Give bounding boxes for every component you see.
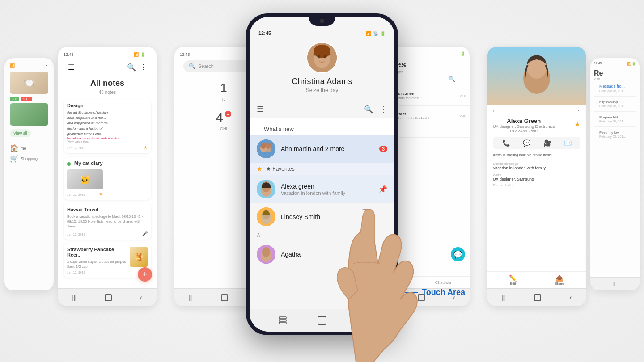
nav-recents-main[interactable] — [276, 314, 289, 327]
main-bottom-nav — [250, 309, 394, 332]
lindsey-avatar-svg — [257, 207, 275, 226]
contact-name-row: ‹ ⋮ — [493, 109, 580, 113]
note-pancake-title: Strawberry Pancake Reci... — [67, 247, 127, 257]
status-label: Status message — [493, 162, 580, 166]
dob-label: Date of birth — [493, 183, 580, 187]
back-arrow[interactable]: ‹ — [493, 109, 494, 113]
contact-photo — [487, 47, 586, 105]
rmsg-1[interactable]: Message fro... February 25, 201... — [594, 80, 636, 97]
rmsg-1-date: February 25, 201... — [599, 89, 631, 93]
notes-subtitle: 48 notes — [64, 90, 151, 95]
contact-item-alexa[interactable]: Alexa green Vacation in london with fami… — [250, 175, 394, 203]
chat-fab[interactable]: 💬 — [451, 247, 465, 261]
nav-home-left[interactable] — [105, 294, 112, 301]
contact-actions: 📞 💬 🎥 ✉️ — [493, 137, 580, 149]
nav-back-left[interactable]: ‹ — [140, 294, 142, 302]
msg-name-1: Alexa Green — [391, 92, 454, 96]
whats-new-label: What's new — [257, 121, 387, 135]
back-icon-main — [358, 316, 364, 325]
status-value: Vacation in london with family — [493, 166, 580, 170]
panel-left-toolbar: ☰ 🔍 ⋮ — [64, 60, 151, 74]
nav-home-cl[interactable] — [221, 294, 228, 301]
time-left: 12:45 — [64, 52, 74, 57]
note-design-text: the art & culture of designhere corporat… — [67, 110, 148, 137]
signal-icon-main: 📡 — [373, 31, 378, 36]
nav-recents-left[interactable]: ||| — [72, 295, 76, 301]
nav-back-main[interactable] — [355, 314, 368, 327]
contact-star[interactable]: ★ — [575, 121, 580, 128]
agatha-contact-info: Agatha — [281, 251, 387, 258]
panel-far-right: 12:45 📶🔋 Re 2 ov... Message fro... Febru… — [590, 58, 640, 290]
dob-section: Date of birth — [493, 183, 580, 187]
price-tag-1: $80 — [10, 97, 19, 101]
panel-fr-bottom: ||| — [590, 277, 640, 290]
dots-menu[interactable]: ⋮ — [44, 63, 48, 68]
recents-fr[interactable]: ||| — [613, 282, 617, 286]
contact-item-lindsey[interactable]: Lindsey Smith — [250, 203, 394, 231]
shop-item-1-label: me — [21, 146, 26, 151]
group-badge: 3 — [379, 146, 387, 152]
home-icon: 🏠 — [10, 144, 19, 152]
nav-home-right[interactable] — [534, 294, 541, 301]
favorites-bar: ★ ★ Favorites — [250, 163, 394, 175]
main-phone-wrapper: 12:45 📶 📡 🔋 — [246, 13, 398, 335]
note-card-design[interactable]: Design the art & culture of designhere c… — [64, 99, 151, 153]
note-hawaii-title: Hawaii Travel — [67, 207, 148, 212]
svg-point-12 — [266, 143, 271, 149]
rmsg-3[interactable]: Prepare birt... February 26, 201... — [594, 112, 636, 127]
rmsg-2-text: https://supp... — [599, 100, 631, 104]
search-icon-left[interactable]: 🔍 — [127, 63, 136, 72]
panel-right-contact: ‹ ⋮ Alexa Green UX designer, Samsung Ele… — [487, 47, 586, 306]
whats-new-section: What's new — [250, 118, 394, 135]
rmsg-2-date: February 25, 201... — [599, 105, 631, 108]
contact-item-group[interactable]: Ahn martin and 2 more 3 — [250, 135, 394, 163]
divider-right — [493, 160, 580, 160]
rmsg-4[interactable]: Feed my lov... February 25, 201... — [594, 127, 636, 142]
main-time: 12:45 — [258, 30, 271, 36]
nav-recents-cl[interactable]: ||| — [189, 295, 193, 301]
note-card-hawaii[interactable]: Hawaii Travel Book a vacation package to… — [64, 203, 151, 240]
search-icon-main[interactable]: 🔍 — [364, 105, 373, 114]
email-icon[interactable]: ✉️ — [564, 139, 572, 147]
contact-panel-phone: 012-3456-7890 — [493, 129, 555, 133]
message-icon[interactable]: 💬 — [523, 139, 530, 147]
phone-icon[interactable]: 📞 — [502, 139, 510, 147]
msg-content-2: Contact ee what I had attached i... — [391, 112, 454, 120]
nav-home-main[interactable] — [315, 314, 329, 327]
nav-recents-right[interactable]: ||| — [502, 295, 506, 301]
action-icons: 🔍 ⋮ — [364, 104, 387, 114]
svg-rect-23 — [279, 320, 286, 321]
contact-item-agatha[interactable]: Agatha — [250, 240, 394, 268]
note-card-cat[interactable]: My cat diary 🐱 Jan 12, 2018 ★ — [64, 157, 151, 200]
panel-left-notes: 12:45 📶 🔋 ⋮ ☰ 🔍 ⋮ All notes 48 notes Des… — [58, 47, 157, 306]
price-tag-2: $3... — [21, 97, 32, 101]
rmsg-2[interactable]: https://supp... February 25, 201... — [594, 97, 636, 112]
wifi-icon-main: 📶 — [366, 31, 371, 36]
edit-action[interactable]: ✏️ Edit — [509, 274, 517, 286]
hamburger-icon[interactable]: ☰ — [68, 63, 74, 72]
note-design-tags: barcelona, pizza riccini, and ceramics — [67, 137, 148, 140]
profile-avatar[interactable] — [306, 42, 338, 73]
star-cat: ★ — [99, 191, 103, 196]
more-icon-main[interactable]: ⋮ — [379, 104, 387, 114]
share-action[interactable]: 📤 Share — [555, 274, 564, 286]
more-icon-left[interactable]: ⋮ — [140, 63, 147, 72]
msg-time-2: 12:40 — [458, 114, 466, 118]
add-note-button[interactable]: + — [138, 267, 152, 282]
hamburger-icon-main[interactable]: ☰ — [257, 104, 264, 114]
menu-icon-left[interactable]: ⋮ — [147, 52, 151, 57]
pancake-image: 🥞 — [130, 247, 148, 267]
more-icon-right[interactable]: ⋮ — [576, 109, 580, 113]
search-icon-cr[interactable]: 🔍 — [449, 76, 455, 83]
view-all-button[interactable]: View all — [10, 129, 31, 137]
more-icon-cr[interactable]: ⋮ — [459, 76, 465, 83]
video-icon[interactable]: 🎥 — [543, 139, 551, 147]
chatbots-tab[interactable]: Chatbots — [435, 280, 451, 285]
food-image-1: 🍽️ — [10, 72, 48, 94]
nav-back-right[interactable]: ‹ — [569, 294, 572, 302]
phone-notch — [309, 13, 335, 26]
green-dot — [67, 162, 71, 166]
shop-item-2-label: Shopping — [21, 156, 38, 161]
status-section: Status message Vacation in london with f… — [493, 162, 580, 170]
svg-rect-22 — [279, 317, 286, 319]
